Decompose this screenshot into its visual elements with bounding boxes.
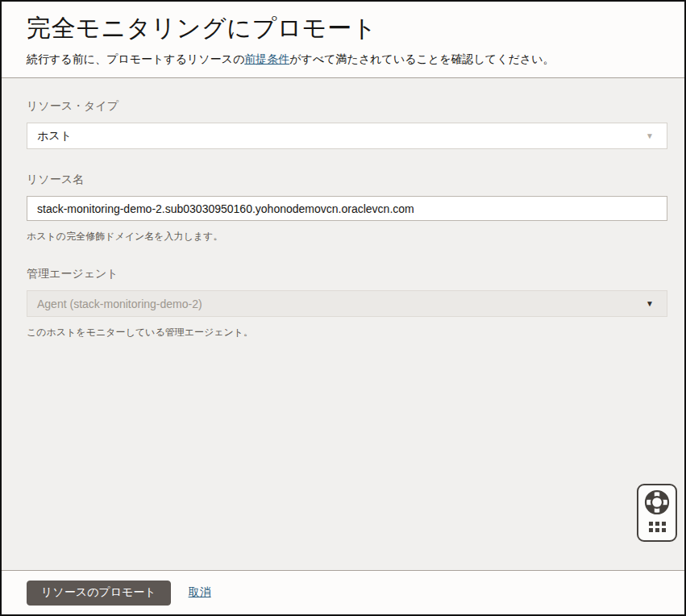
page-title: 完全モニタリングにプロモート bbox=[27, 12, 659, 45]
subtitle-text-before: 続行する前に、プロモートするリソースの bbox=[27, 52, 244, 65]
resource-name-field: リソース名 ホストの完全修飾ドメイン名を入力します。 bbox=[27, 173, 667, 243]
subtitle-text-after: がすべて満たされていることを確認してください。 bbox=[289, 52, 554, 65]
resource-type-value: ホスト bbox=[37, 129, 72, 144]
management-agent-select: Agent (stack-monitoring-demo-2) ▼ bbox=[27, 290, 667, 317]
resource-name-input[interactable] bbox=[27, 196, 667, 221]
resource-type-select[interactable]: ホスト ▼ bbox=[27, 123, 667, 149]
resource-type-label: リソース・タイプ bbox=[27, 99, 667, 114]
resource-type-field: リソース・タイプ ホスト ▼ bbox=[27, 99, 667, 149]
promote-dialog: 完全モニタリングにプロモート 続行する前に、プロモートするリソースの前提条件がす… bbox=[0, 0, 686, 616]
life-preserver-icon[interactable] bbox=[643, 489, 671, 519]
dialog-footer: リソースのプロモート 取消 bbox=[2, 570, 684, 614]
dialog-subtitle: 続行する前に、プロモートするリソースの前提条件がすべて満たされていることを確認し… bbox=[27, 52, 659, 67]
management-agent-value: Agent (stack-monitoring-demo-2) bbox=[37, 298, 202, 310]
management-agent-field: 管理エージェント Agent (stack-monitoring-demo-2)… bbox=[27, 267, 667, 339]
management-agent-help: このホストをモニターしている管理エージェント。 bbox=[27, 326, 667, 339]
grid-dots-icon[interactable] bbox=[649, 522, 666, 532]
prerequisites-link[interactable]: 前提条件 bbox=[244, 52, 289, 65]
resource-name-label: リソース名 bbox=[27, 173, 667, 187]
dialog-body: リソース・タイプ ホスト ▼ リソース名 ホストの完全修飾ドメイン名を入力します… bbox=[2, 78, 684, 570]
help-widget[interactable] bbox=[637, 484, 677, 542]
management-agent-label: 管理エージェント bbox=[27, 267, 667, 281]
promote-resource-button[interactable]: リソースのプロモート bbox=[27, 581, 171, 606]
resource-name-help: ホストの完全修飾ドメイン名を入力します。 bbox=[27, 230, 667, 243]
dialog-header: 完全モニタリングにプロモート 続行する前に、プロモートするリソースの前提条件がす… bbox=[2, 2, 684, 78]
chevron-down-icon: ▼ bbox=[646, 131, 654, 140]
chevron-down-icon: ▼ bbox=[646, 299, 654, 308]
cancel-link[interactable]: 取消 bbox=[189, 585, 211, 600]
